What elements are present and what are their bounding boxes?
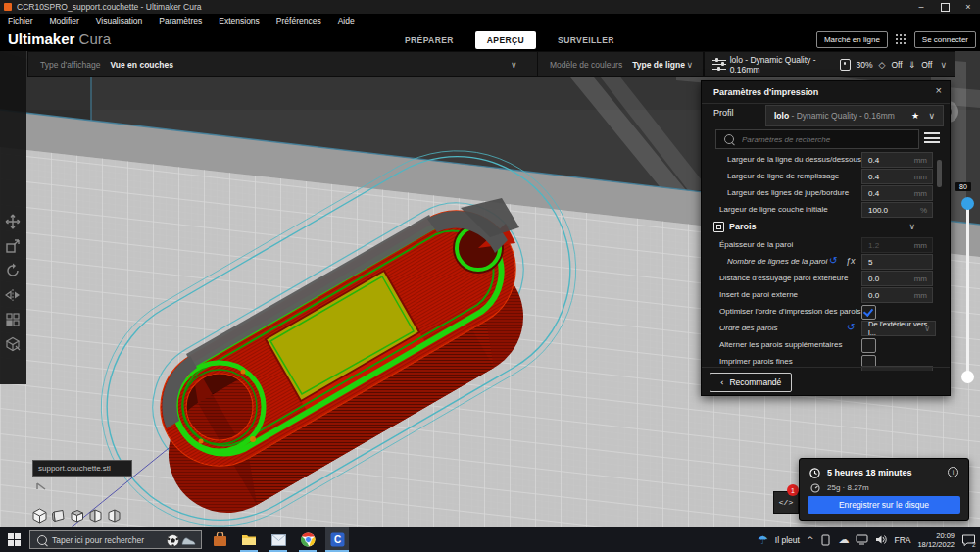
tab-surveiller[interactable]: SURVEILLER bbox=[550, 31, 622, 49]
settings-menu-icon[interactable] bbox=[924, 132, 940, 144]
color-scheme-dropdown[interactable]: Modèle de couleurs Type de ligne ∨ bbox=[538, 52, 703, 76]
onedrive-icon[interactable]: ☁ bbox=[838, 533, 849, 546]
view-3d-icon[interactable] bbox=[32, 508, 47, 524]
network-icon[interactable] bbox=[856, 534, 868, 545]
tray-date: 18/12/2022 bbox=[917, 540, 955, 549]
setting-row[interactable]: Insert de paroi externe0.0mm bbox=[702, 287, 937, 304]
taskbar-chrome-icon[interactable] bbox=[296, 527, 319, 552]
setting-row[interactable]: Largeur des lignes de jupe/bordure0.4mm bbox=[702, 185, 937, 202]
setting-input[interactable]: 5 bbox=[861, 254, 933, 270]
recommended-button[interactable]: ‹Recommandé bbox=[710, 373, 792, 392]
menu-modifier[interactable]: Modifier bbox=[50, 16, 79, 25]
walls-icon bbox=[713, 222, 724, 232]
taskbar-search[interactable]: Taper ici pour rechercher bbox=[29, 530, 202, 549]
mirror-tool-icon[interactable] bbox=[5, 287, 21, 303]
close-icon[interactable]: × bbox=[936, 84, 942, 96]
per-model-settings-icon[interactable] bbox=[5, 312, 21, 327]
menu-fichier[interactable]: Fichier bbox=[8, 16, 33, 25]
menu-bar: Fichier Modifier Visualisation Paramètre… bbox=[0, 14, 980, 27]
settings-search[interactable] bbox=[715, 129, 919, 149]
setting-row[interactable]: Ordre des parois ↺ De l'extérieur vers l… bbox=[702, 321, 937, 337]
setting-input[interactable]: 0.4mm bbox=[861, 185, 933, 201]
menu-extensions[interactable]: Extensions bbox=[219, 16, 260, 25]
view-right-icon[interactable] bbox=[107, 508, 122, 524]
start-button[interactable] bbox=[8, 533, 22, 547]
panel-scrollbar[interactable] bbox=[937, 160, 942, 187]
setting-row[interactable]: Alterner les parois supplémentaires bbox=[702, 337, 937, 354]
setting-row[interactable]: Optimiser l'ordre d'impression des paroi… bbox=[702, 304, 937, 321]
layer-slider-track[interactable] bbox=[966, 201, 969, 379]
view-front-icon[interactable] bbox=[51, 508, 66, 524]
setting-row[interactable]: Nombre de lignes de la paroi ↺ ƒx 5 bbox=[702, 254, 937, 271]
setting-input[interactable]: 0.4mm bbox=[861, 152, 933, 168]
close-button[interactable]: × bbox=[956, 0, 980, 14]
action-center-icon[interactable]: 2 bbox=[961, 533, 976, 547]
menu-parametres[interactable]: Paramètres bbox=[159, 16, 202, 25]
svg-text:2: 2 bbox=[972, 540, 976, 547]
rotate-tool-icon[interactable] bbox=[5, 263, 21, 278]
menu-preferences[interactable]: Préférences bbox=[276, 16, 321, 25]
view-left-icon[interactable] bbox=[88, 508, 103, 524]
tab-preparer[interactable]: PRÉPARER bbox=[397, 31, 462, 49]
phone-link-icon[interactable] bbox=[820, 534, 831, 546]
move-tool-icon[interactable] bbox=[5, 214, 21, 229]
taskbar-cura-icon[interactable]: C bbox=[325, 527, 349, 552]
weather-text[interactable]: Il pleut bbox=[775, 535, 800, 545]
support-blocker-icon[interactable] bbox=[5, 336, 21, 352]
display-type-value: Vue en couches bbox=[110, 60, 172, 70]
scale-tool-icon[interactable] bbox=[5, 238, 21, 254]
print-settings-summary-bar[interactable]: lolo - Dynamic Quality - 0.16mm 30% ◇ Of… bbox=[704, 51, 956, 77]
taskbar-mail-icon[interactable] bbox=[267, 527, 290, 552]
checkbox-unchecked[interactable] bbox=[861, 338, 876, 353]
tab-apercu[interactable]: APERÇU bbox=[475, 31, 536, 49]
volume-icon[interactable] bbox=[875, 534, 887, 545]
menu-aide[interactable]: Aide bbox=[338, 16, 355, 25]
language-indicator[interactable]: FRA bbox=[894, 535, 910, 545]
chevron-down-icon: ∨ bbox=[511, 60, 517, 70]
marketplace-button[interactable]: Marché en ligne bbox=[816, 31, 888, 48]
app-logo: Ultimaker Cura bbox=[8, 30, 111, 47]
setting-row[interactable]: Largeur de ligne de remplissage0.4mm bbox=[702, 169, 937, 185]
apps-grid-icon[interactable] bbox=[896, 34, 906, 45]
setting-input[interactable]: 0.4mm bbox=[861, 169, 933, 184]
window-title: CCR10SPRO_support.couchette - Ultimaker … bbox=[17, 2, 202, 12]
reset-icon[interactable]: ↺ bbox=[829, 255, 837, 266]
setting-dropdown[interactable]: De l'extérieur vers l...∨ bbox=[861, 321, 936, 336]
layer-slider-handle-top[interactable] bbox=[961, 197, 974, 210]
sign-in-button[interactable]: Se connecter bbox=[914, 31, 976, 48]
setting-row[interactable]: Largeur de la ligne du dessus/dessous0.4… bbox=[702, 152, 937, 169]
setting-row[interactable]: Distance d'essuyage paroi extérieure0.0m… bbox=[702, 271, 937, 287]
settings-search-input[interactable] bbox=[740, 134, 891, 145]
checkbox-checked[interactable] bbox=[861, 305, 876, 320]
star-icon[interactable]: ★ bbox=[911, 111, 919, 121]
material-icon bbox=[810, 483, 820, 493]
setting-row[interactable]: Épaisseur de la paroi1.2mm bbox=[702, 237, 937, 254]
section-parois[interactable]: Parois ∨ bbox=[702, 220, 937, 235]
minimize-button[interactable]: – bbox=[909, 0, 933, 14]
setting-input[interactable]: 0.0mm bbox=[861, 287, 933, 303]
infill-value: 30% bbox=[857, 60, 873, 70]
setting-input[interactable]: 100.0% bbox=[861, 202, 933, 218]
print-summary-panel: 5 heures 18 minutes i 25g · 8.27m Enregi… bbox=[799, 458, 969, 521]
app-icon bbox=[4, 3, 12, 11]
setting-row[interactable]: Largeur de ligne couche initiale100.0% bbox=[702, 202, 937, 219]
taskbar-explorer-icon[interactable] bbox=[237, 527, 261, 552]
profile-dropdown[interactable]: lolo - Dynamic Quality - 0.16mm ★ ∨ bbox=[765, 105, 944, 126]
save-to-disk-button[interactable]: Enregistrer sur le disque bbox=[808, 496, 960, 514]
search-icon bbox=[724, 134, 734, 144]
clock[interactable]: 20:09 18/12/2022 bbox=[917, 531, 955, 549]
view-top-icon[interactable] bbox=[70, 508, 84, 524]
setting-input[interactable]: 0.0mm bbox=[861, 271, 933, 286]
active-profile: lolo - Dynamic Quality - 0.16mm bbox=[730, 55, 829, 75]
fx-icon[interactable]: ƒx bbox=[846, 256, 856, 266]
display-type-dropdown[interactable]: Type d'affichage Vue en couches ∨ bbox=[28, 51, 538, 77]
layer-slider-handle-bottom[interactable] bbox=[961, 371, 974, 383]
reset-icon[interactable]: ↺ bbox=[847, 322, 855, 332]
info-icon[interactable]: i bbox=[948, 467, 958, 477]
tray-expand-icon[interactable]: ^ bbox=[807, 535, 814, 545]
menu-visualisation[interactable]: Visualisation bbox=[96, 16, 143, 25]
taskbar-store-icon[interactable] bbox=[208, 527, 231, 552]
maximize-button[interactable] bbox=[933, 0, 956, 14]
print-settings-panel: Paramètres d'impression × Profil lolo - … bbox=[701, 80, 951, 396]
model-name-label: support.couchette.stl bbox=[32, 460, 132, 477]
